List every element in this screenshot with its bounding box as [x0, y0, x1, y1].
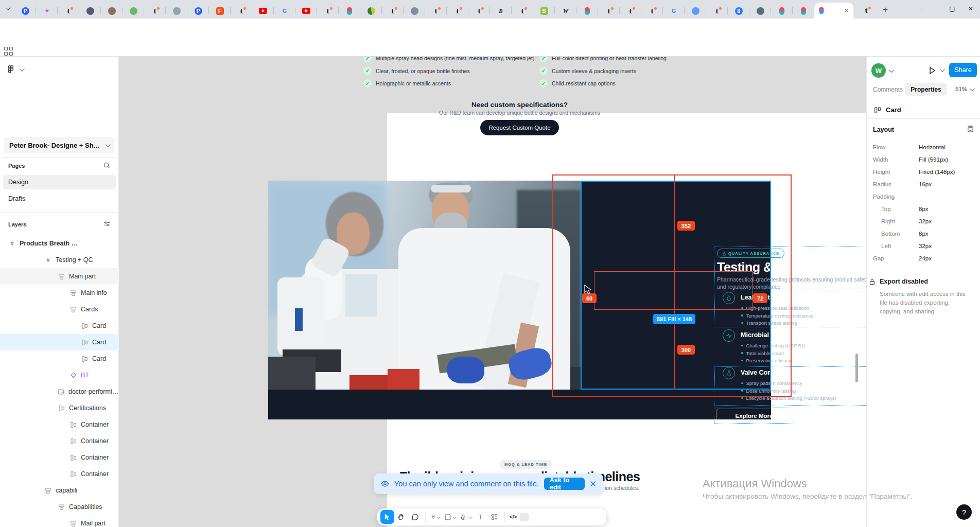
layer-row-container[interactable]: Container [0, 449, 119, 466]
avatar-chevron-icon[interactable] [889, 67, 894, 73]
pen-tool[interactable] [458, 510, 474, 524]
browser-tab[interactable]: G [663, 4, 685, 18]
property-row-padding[interactable]: Padding [873, 190, 974, 203]
sidebar-page-design[interactable]: Design [3, 175, 116, 189]
apps-grid-icon[interactable] [4, 47, 13, 56]
browser-tab[interactable] [749, 4, 771, 18]
browser-tab[interactable]: P [187, 4, 209, 18]
layer-row-card[interactable]: Card [0, 318, 119, 334]
browser-tab[interactable]: F [209, 4, 231, 18]
browser-tab[interactable]: t [512, 4, 533, 18]
browser-tab[interactable]: t [317, 4, 339, 18]
browser-tab[interactable]: t [468, 4, 490, 18]
request-custom-quote-button[interactable]: Request Custom Quote [480, 120, 559, 135]
selection-row[interactable]: Card [874, 106, 901, 114]
browser-tab[interactable] [339, 4, 360, 18]
layer-row-bt[interactable]: BT [0, 367, 119, 383]
browser-tab[interactable]: t [144, 4, 166, 18]
layer-row-container[interactable]: Container [0, 466, 119, 482]
browser-tab[interactable]: ✦ [36, 4, 58, 18]
property-row-top[interactable]: Top8px [873, 203, 974, 215]
dev-mode-toggle[interactable]: </> [508, 510, 531, 524]
browser-tab[interactable]: t [382, 4, 404, 18]
property-row-gap[interactable]: Gap24px [873, 252, 974, 265]
property-row-left[interactable]: Left32px [873, 240, 974, 252]
window-minimize-button[interactable]: — [910, 0, 933, 17]
layer-row-cards[interactable]: Cards [0, 301, 119, 318]
browser-tab[interactable]: G [274, 4, 295, 18]
browser-tab[interactable]: 8 [728, 4, 749, 18]
browser-tab[interactable]: t [641, 4, 663, 18]
browser-tab[interactable]: t [598, 4, 620, 18]
property-row-radius[interactable]: Radius16px [873, 178, 974, 190]
browser-tab[interactable]: t [231, 4, 252, 18]
browser-tab[interactable] [295, 4, 317, 18]
property-row-right[interactable]: Right32px [873, 215, 974, 227]
layer-row-card[interactable]: Card [0, 334, 119, 350]
browser-tab[interactable]: W [555, 4, 576, 18]
hand-tool[interactable] [394, 510, 408, 524]
browser-tab[interactable] [252, 4, 274, 18]
tab-properties[interactable]: Properties [905, 83, 947, 96]
browser-tab[interactable] [360, 4, 382, 18]
property-row-flow[interactable]: FlowHorizontal [873, 141, 974, 153]
browser-tab[interactable]: t [58, 4, 79, 18]
present-play-icon[interactable] [927, 66, 937, 75]
sidebar-page-drafts[interactable]: Drafts [3, 191, 116, 206]
new-tab-button[interactable]: + [878, 4, 892, 15]
layer-row-main-info[interactable]: Main info [0, 285, 119, 301]
layers-filter-icon[interactable] [103, 220, 111, 228]
layer-row-mail-part[interactable]: Mail part [0, 515, 119, 527]
search-icon[interactable] [103, 162, 111, 169]
shape-tool[interactable] [443, 510, 458, 524]
window-close-button[interactable]: ✕ [959, 0, 980, 17]
layer-row-main-part[interactable]: Main part [0, 268, 119, 285]
layer-row-container[interactable]: Container [0, 433, 119, 449]
browser-tab[interactable]: t [855, 3, 877, 17]
text-tool[interactable]: T [474, 510, 487, 524]
layer-row-capabilities[interactable]: Capabilities [0, 499, 119, 515]
layer-row-testing-qc[interactable]: #Testing + QC [0, 252, 119, 268]
ask-to-edit-button[interactable]: Ask to edit [544, 478, 585, 490]
layer-row-certifications[interactable]: Certifications [0, 400, 119, 416]
browser-tab[interactable]: t [447, 4, 468, 18]
property-row-width[interactable]: WidthFill (591px) [873, 153, 974, 166]
layer-row-card[interactable]: Card [0, 350, 119, 367]
dev-mode-switch[interactable] [520, 513, 529, 521]
tab-comments[interactable]: Comments [873, 86, 903, 93]
actions-tool[interactable] [487, 510, 501, 524]
browser-tab[interactable] [101, 4, 122, 18]
browser-tab[interactable] [79, 4, 101, 18]
canvas-scrollbar[interactable] [855, 354, 858, 382]
property-row-bottom[interactable]: Bottom8px [873, 227, 974, 240]
help-button[interactable]: ? [956, 504, 972, 520]
layer-row-capabili[interactable]: capabili [0, 482, 119, 499]
frame-tool[interactable]: # [429, 510, 443, 524]
canvas[interactable]: ✓Multiple spray head designs (fine mist,… [119, 57, 866, 527]
layer-row-products-breath-spray-oem[interactable]: #Products Breath Spray OEM [0, 235, 119, 252]
browser-tab[interactable]: t [706, 4, 728, 18]
layer-row-doctor-performing-i[interactable]: doctor-performing-i [0, 383, 119, 400]
move-tool[interactable] [380, 510, 394, 524]
browser-tab[interactable] [771, 4, 793, 18]
file-name-pill[interactable]: Peter Brook- Designe + Sh... [4, 137, 114, 153]
browser-tab[interactable]: P [14, 4, 36, 18]
tab-search-chevron-icon[interactable] [6, 5, 11, 10]
user-avatar[interactable]: W [871, 63, 886, 78]
browser-tab[interactable] [793, 4, 814, 18]
browser-tab[interactable]: t [620, 4, 641, 18]
figma-main-menu[interactable] [6, 65, 23, 74]
browser-tab[interactable]: t [425, 4, 447, 18]
share-button[interactable]: Share [949, 63, 977, 77]
comment-tool[interactable] [408, 510, 422, 524]
browser-tab[interactable] [122, 4, 144, 18]
present-chevron-icon[interactable] [940, 67, 945, 72]
browser-tab[interactable]: S [533, 4, 555, 18]
zoom-menu[interactable]: 51% [955, 86, 973, 92]
tab-close-icon[interactable]: ✕ [844, 7, 849, 14]
browser-tab[interactable] [685, 4, 706, 18]
browser-tab[interactable] [166, 4, 187, 18]
copy-properties-icon[interactable] [967, 125, 974, 133]
browser-tab[interactable] [576, 4, 598, 18]
browser-tab[interactable]: B [490, 4, 512, 18]
